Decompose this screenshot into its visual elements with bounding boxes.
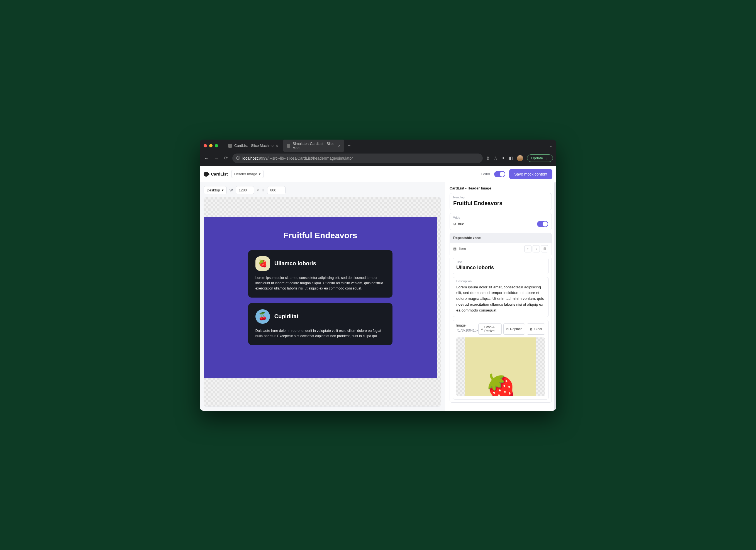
url-port: :9999 [258,156,267,160]
address-field[interactable]: ⓘ localhost:9999/.--src--lib--slices/Car… [232,154,483,163]
card-title: Ullamco loboris [274,260,316,267]
wide-field: Wide ⊘ true [450,213,552,230]
item-label: Item [459,247,466,251]
extensions-icon[interactable]: ✦ [501,155,505,161]
url-path: /.--src--lib--slices/CardList/headerImag… [267,156,353,160]
wide-toggle[interactable] [537,221,548,227]
title-value[interactable]: Ullamco loboris [453,264,548,274]
preview-frame: Fruitful Endeavors 🍓 Ullamco loboris Lor… [204,217,437,379]
preview-heading: Fruitful Endeavors [204,231,437,240]
toolbar-icons: ⇪ ☆ ✦ ◧ Update ⋮ [486,154,553,162]
height-input[interactable]: 800 [267,186,286,194]
update-button[interactable]: Update ⋮ [527,154,553,162]
url-bar: ← → ⟳ ⓘ localhost:9999/.--src--lib--slic… [200,152,556,166]
image-dimensions: 7173x10041px [456,328,478,332]
share-icon[interactable]: ⇪ [486,155,490,161]
field-label: Title [453,258,548,264]
width-label: W [230,188,233,192]
crop-resize-button[interactable]: ⟐Crop & Resize [478,323,502,335]
browser-window: CardList - Slice Machine × Simulator: Ca… [200,140,556,411]
close-tab-icon[interactable]: × [276,143,278,148]
width-input[interactable]: 1280 [236,186,254,194]
brand-label: CardList [211,172,228,176]
card-thumb: 🍓 [255,256,270,271]
repeatable-zone-header: Repeatable zone [450,233,552,243]
minimize-window-icon[interactable] [209,144,213,147]
update-label: Update [531,156,543,160]
browser-tab[interactable]: CardList - Slice Machine × [224,141,282,150]
delete-item-button[interactable]: 🗑 [541,245,548,252]
url-host: localhost [242,156,258,160]
preview-card: 🍒 Cupiditat Duis aute irure dolor in rep… [248,303,392,345]
title-field[interactable]: Title Ullamco loboris [453,258,549,274]
favicon-icon [228,144,232,148]
wide-value: ⊘ true [453,222,464,226]
crop-icon: ⟐ [481,327,483,331]
field-label: Heading [450,193,552,199]
page-content: CardList Header Image ▾ Editor Save mock… [200,166,556,411]
image-thumbnail: 🍓 [485,375,516,396]
size-controls: Desktop ▾ W 1280 × H 800 [204,186,441,194]
link-icon: ⊘ [453,222,456,226]
image-label: Image [456,323,465,327]
titlebar: CardList - Slice Machine × Simulator: Ca… [200,140,556,152]
repeatable-item-body: Title Ullamco loboris Description Lorem … [450,258,552,403]
tabs-menu-icon[interactable]: ⌄ [549,143,552,148]
preview-cards: 🍓 Ullamco loboris Lorem ipsum dolor sit … [248,250,392,345]
browser-tab-active[interactable]: Simulator: CardList - Slice Mac × [283,140,344,152]
sidepanel-icon[interactable]: ◧ [509,155,513,161]
clear-button[interactable]: 🗑Clear [527,323,545,335]
browser-tabs: CardList - Slice Machine × Simulator: Ca… [224,140,546,152]
card-thumb: 🍒 [255,309,270,324]
panel-breadcrumb: CardList • Header Image [450,186,552,190]
close-window-icon[interactable] [204,144,207,147]
workspace: Desktop ▾ W 1280 × H 800 Fruitful Endeav… [200,182,556,411]
app-bar: CardList Header Image ▾ Editor Save mock… [200,166,556,182]
device-select[interactable]: Desktop ▾ [204,186,227,194]
description-value[interactable]: Lorem ipsum dolor sit amet, consectetur … [453,283,548,317]
item-icon: ▦ [453,247,457,251]
editor-panel: CardList • Header Image Heading Fruitful… [445,182,556,411]
height-label: H [262,188,264,192]
new-tab-button[interactable]: + [345,142,353,150]
profile-avatar[interactable] [517,155,523,161]
favicon-icon [287,144,290,148]
device-label: Desktop [207,188,220,192]
replace-button[interactable]: ⧉Replace [503,323,525,335]
bookmark-icon[interactable]: ☆ [494,155,498,161]
replace-icon: ⧉ [506,327,509,331]
back-icon[interactable]: ← [203,155,210,162]
field-label: Description [453,277,548,283]
brand-icon [203,171,209,177]
forward-icon[interactable]: → [213,155,220,162]
window-controls [204,144,218,147]
canvas-area: Desktop ▾ W 1280 × H 800 Fruitful Endeav… [200,182,445,411]
heading-value[interactable]: Fruitful Endeavors [450,199,552,210]
chevron-down-icon: ▾ [259,172,261,176]
tab-title: Simulator: CardList - Slice Mac [292,142,336,150]
editor-toggle[interactable] [494,171,505,177]
preview-card: 🍓 Ullamco loboris Lorem ipsum dolor sit … [248,250,392,298]
canvas: Fruitful Endeavors 🍓 Ullamco loboris Lor… [204,197,441,407]
image-preview[interactable]: 🍓 [456,337,545,396]
heading-field[interactable]: Heading Fruitful Endeavors [450,193,552,210]
save-mock-button[interactable]: Save mock content [509,169,552,179]
card-title: Cupiditat [274,313,299,320]
image-field: Image · 7173x10041px ⟐Crop & Resize ⧉Rep… [453,320,549,400]
reload-icon[interactable]: ⟳ [223,154,229,162]
repeatable-item-row[interactable]: ▦ Item ↑ ↓ 🗑 [450,243,552,255]
trash-icon: 🗑 [530,327,533,331]
variation-select[interactable]: Header Image ▾ [231,170,264,178]
editor-label: Editor [481,172,490,176]
tab-title: CardList - Slice Machine [234,143,274,148]
chevron-down-icon: ▾ [222,188,224,192]
description-field[interactable]: Description Lorem ipsum dolor sit amet, … [453,277,549,317]
site-info-icon[interactable]: ⓘ [236,156,240,161]
kebab-icon[interactable]: ⋮ [545,156,549,160]
move-down-button[interactable]: ↓ [533,245,540,252]
variation-label: Header Image [234,172,257,176]
maximize-window-icon[interactable] [215,144,218,147]
dim-separator: × [257,188,259,192]
close-tab-icon[interactable]: × [338,143,340,148]
move-up-button[interactable]: ↑ [524,245,531,252]
